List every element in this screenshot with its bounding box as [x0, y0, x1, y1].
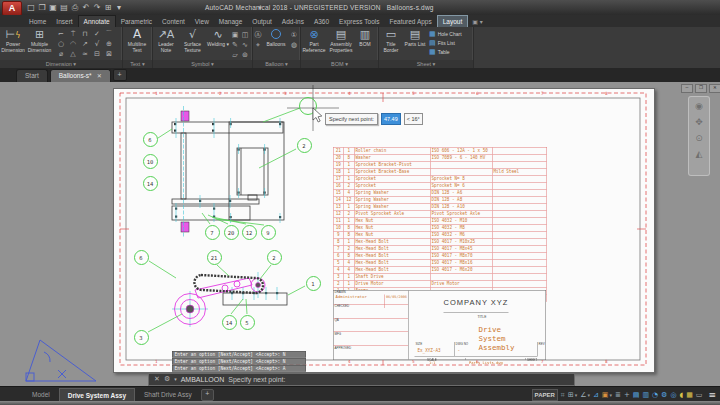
object-snap-icon-caret[interactable]: ▾ — [609, 389, 612, 401]
file-tab-start[interactable]: Start — [16, 69, 48, 82]
ribbon-tab-parametric[interactable]: Parametric — [116, 16, 157, 27]
tooltip-distance-field[interactable]: 47.49 — [381, 113, 401, 125]
welding-button[interactable]: ∿ Welding ▾ — [206, 28, 230, 60]
fits-list-button[interactable]: ▤Fits List — [429, 39, 462, 47]
symbol-tool-icon-2[interactable]: ✎ — [230, 40, 240, 50]
dimension-tool-icon-4[interactable]: ⌒ — [103, 29, 115, 39]
command-close-icon[interactable]: ✕ — [154, 374, 160, 385]
balloon-6[interactable]: 6 — [143, 132, 158, 147]
dimension-tool-icon-1[interactable]: ⍑ — [67, 29, 79, 39]
new-drawing-tab-button[interactable]: + — [113, 69, 127, 81]
sheet-panel-label[interactable]: Sheet ▾ — [379, 60, 473, 68]
ribbon-tab-insert[interactable]: Insert — [51, 16, 77, 27]
isolate-objects-icon[interactable]: ◖ — [680, 389, 684, 401]
dimension-tool-icon-3[interactable]: ✓ — [91, 29, 103, 39]
dimension-tool-icon-12[interactable]: ≃ — [79, 49, 91, 59]
ribbon-tab-annotate[interactable]: Annotate — [78, 15, 116, 27]
ribbon-tab-layout[interactable]: Layout — [437, 15, 469, 27]
symbol-tool-icon-5[interactable]: ⊚ — [240, 50, 250, 60]
balloon-12[interactable]: 12 — [242, 225, 257, 240]
drawing-close-icon[interactable]: ✕ — [709, 84, 720, 93]
dynamic-input-icon[interactable]: + — [624, 389, 630, 401]
orbit-icon[interactable]: ◭ — [696, 148, 703, 160]
zoom-icon[interactable]: ⊙ — [695, 132, 703, 144]
balloon-6[interactable]: 6 — [134, 250, 149, 265]
bom-button[interactable]: ▥ BOM — [355, 28, 375, 60]
power-dimension-button[interactable]: ⊢ϟ Power Dimension — [0, 28, 26, 60]
dimension-tool-icon-10[interactable]: ⌀ — [55, 49, 67, 59]
surface-texture-button[interactable]: √ Surface Texture — [179, 28, 206, 60]
balloon-2[interactable]: 2 — [297, 138, 312, 153]
balloon-21[interactable]: 21 — [207, 250, 222, 265]
dimension-tool-icon-0[interactable]: ⌐ — [55, 29, 67, 39]
annotation-scale-icon[interactable]: ◔ — [652, 389, 658, 401]
symbol-tool-icon-4[interactable]: ▱ — [230, 50, 240, 60]
ribbon-tab-a360[interactable]: A360 — [309, 16, 334, 27]
lineweight-icon[interactable]: ≣ — [615, 389, 621, 401]
file-tab-close-icon[interactable]: ✕ — [97, 73, 102, 79]
balloon-panel-label[interactable]: Balloon ▾ — [253, 60, 300, 68]
navigation-bar[interactable]: ◉ ✥ ⊙ ◭ — [688, 96, 710, 176]
sign-in-caret-icon[interactable]: ▾ — [258, 3, 262, 13]
table-button[interactable]: ▦Table — [429, 48, 462, 56]
balloon-10[interactable]: 10 — [143, 154, 158, 169]
application-menu-button[interactable]: A — [2, 1, 22, 16]
dimension-tool-icon-11[interactable]: △ — [67, 49, 79, 59]
ribbon-tab-view[interactable]: View — [190, 16, 214, 27]
dimension-tool-icon-7[interactable]: ↗ — [79, 39, 91, 49]
balloon-14[interactable]: 14 — [222, 315, 237, 330]
layout-tab-drive-system-assy[interactable]: Drive System Assy — [59, 388, 135, 402]
balloon-tool-icon-r1[interactable]: ◍ — [289, 40, 299, 50]
symbol-tool-icon-1[interactable]: ◫ — [240, 30, 250, 40]
text-panel-label[interactable]: Text ▾ — [123, 60, 152, 68]
clean-screen-icon[interactable]: ▭ — [696, 389, 703, 401]
balloon-7[interactable]: 7 — [205, 225, 220, 240]
command-prompt[interactable]: Specify next point: — [228, 374, 285, 385]
contextual-tab-icon[interactable]: ▣ ▾ — [468, 16, 487, 27]
bom-panel-label[interactable]: BOM ▾ — [301, 60, 378, 68]
layout-tab-shaft-drive-assy[interactable]: Shaft Drive Assy — [136, 388, 200, 401]
assembly-properties-button[interactable]: ▤ Assembly Properties — [327, 28, 355, 60]
dimension-panel-label[interactable]: Dimension ▾ — [0, 60, 122, 68]
balloons-button[interactable]: Balloons — [263, 28, 289, 60]
balloon-9[interactable]: 9 — [261, 225, 276, 240]
new-file-icon[interactable]: □ — [26, 2, 36, 13]
ribbon-tab-home[interactable]: Home — [24, 16, 51, 27]
dimension-tool-icon-2[interactable]: ⊓ — [79, 29, 91, 39]
ribbon-tab-express-tools[interactable]: Express Tools — [334, 16, 384, 27]
title-border-button[interactable]: ▭ Title Border — [379, 28, 403, 60]
save-icon[interactable]: ▣ — [48, 2, 58, 13]
balloon-tool-icon-l1[interactable]: ⌖ — [253, 40, 263, 50]
balloon-5[interactable]: 5 — [240, 315, 255, 330]
balloon-3[interactable]: 3 — [134, 330, 149, 345]
ribbon-tab-featured-apps[interactable]: Featured Apps — [384, 16, 436, 27]
dimension-tool-icon-8[interactable]: √ — [91, 39, 103, 49]
multiline-text-button[interactable]: A Multiline Text — [123, 28, 151, 60]
balloon-14[interactable]: 14 — [143, 176, 158, 191]
workspace-switch-icon[interactable]: ⊞ — [103, 2, 113, 13]
polar-tracking-icon[interactable]: ∠ — [580, 389, 586, 401]
balloon-tool-icon-l0[interactable]: Ⓐ — [253, 30, 263, 40]
command-line-palette[interactable]: ✕ ⚙ ▾ AMBALLOON Specify next point: — [148, 373, 575, 386]
undo-icon[interactable]: ↶ — [81, 2, 91, 13]
paper-space-toggle[interactable]: PAPER — [532, 389, 558, 401]
redo-icon[interactable]: ↷ — [92, 2, 102, 13]
annotation-monitor-icon[interactable]: ◎ — [670, 389, 676, 401]
balloon-tool-icon-r0[interactable]: ① — [289, 30, 299, 40]
object-snap-icon[interactable]: ▣ — [602, 389, 609, 401]
multiple-dimension-button[interactable]: ⊞ Multiple Dimension — [26, 28, 53, 60]
plot-icon[interactable]: ⎙ — [70, 2, 80, 13]
new-layout-button[interactable]: + — [201, 389, 214, 401]
drawing-restore-icon[interactable]: ❐ — [695, 84, 707, 93]
symbol-panel-label[interactable]: Symbol ▾ — [153, 60, 252, 68]
snap-mode-icon-caret[interactable]: ▾ — [575, 389, 578, 401]
ribbon-tab-add-ins[interactable]: Add-ins — [277, 16, 309, 27]
autoscale-icon[interactable]: ▥ — [642, 389, 649, 401]
balloon-20[interactable]: 20 — [224, 225, 239, 240]
annotation-visibility-icon[interactable]: ▤ — [633, 389, 640, 401]
dimension-tool-icon-9[interactable]: ⊕ — [103, 39, 115, 49]
polar-tracking-icon-caret[interactable]: ▾ — [587, 389, 590, 401]
isodraft-icon[interactable]: ⊿ — [593, 389, 599, 401]
save-as-icon[interactable]: ▤ — [59, 2, 69, 13]
dimension-tool-icon-13[interactable]: ⊟ — [91, 49, 103, 59]
